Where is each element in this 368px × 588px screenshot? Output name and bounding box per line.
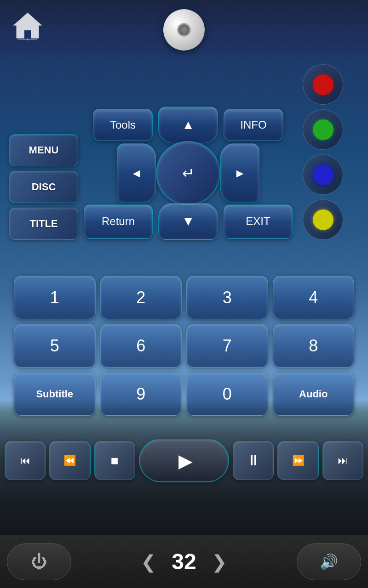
home-button[interactable]: [9, 7, 46, 44]
enter-icon: ↵: [182, 164, 195, 182]
num-3-button[interactable]: 3: [186, 276, 268, 319]
title-button[interactable]: TITLE: [9, 208, 78, 240]
disc-button[interactable]: [163, 9, 205, 51]
exit-button[interactable]: EXIT: [224, 204, 293, 239]
play-button[interactable]: ▶: [139, 439, 229, 482]
volume-icon: 🔊: [320, 553, 338, 571]
left-arrow-icon: ◄: [131, 166, 143, 181]
red-indicator: [313, 74, 334, 95]
num-7-button[interactable]: 7: [186, 324, 268, 368]
fast-forward-icon: ⏩: [292, 455, 305, 467]
blue-button[interactable]: [303, 154, 343, 195]
pause-icon: ⏸: [246, 452, 261, 469]
num-9-button[interactable]: 9: [100, 372, 182, 416]
skip-prev-icon: ⏮: [20, 455, 30, 467]
playback-controls: ⏮ ⏪ ■ ▶ ⏸ ⏩ ⏭: [0, 439, 368, 482]
rewind-button[interactable]: ⏪: [49, 441, 90, 480]
up-button[interactable]: ▲: [158, 107, 218, 143]
num-2-button[interactable]: 2: [100, 276, 182, 319]
red-button[interactable]: [303, 64, 343, 105]
up-arrow-icon: ▲: [182, 118, 195, 132]
play-icon: ▶: [178, 450, 193, 471]
num-5-button[interactable]: 5: [14, 324, 96, 368]
right-arrow-icon: ►: [234, 166, 246, 181]
rewind-icon: ⏪: [63, 455, 76, 467]
num-4-button[interactable]: 4: [273, 276, 355, 319]
menu-button[interactable]: MENU: [9, 134, 78, 166]
info-button[interactable]: INFO: [224, 109, 283, 141]
dpad: Tools ▲ INFO ◄ ↵ ► Return: [84, 107, 293, 240]
down-button[interactable]: ▼: [158, 203, 218, 240]
stop-button[interactable]: ■: [94, 441, 135, 480]
numpad-row-3: Subtitle 9 0 Audio: [14, 372, 354, 416]
enter-button[interactable]: ↵: [156, 141, 220, 205]
audio-button[interactable]: Audio: [273, 372, 355, 416]
stop-icon: ■: [111, 453, 119, 468]
left-button[interactable]: ◄: [117, 143, 156, 203]
power-button[interactable]: ⏻: [7, 543, 71, 580]
numpad-row-2: 5 6 7 8: [14, 324, 354, 368]
skip-prev-button[interactable]: ⏮: [5, 441, 46, 480]
channel-prev-button[interactable]: ❮: [141, 551, 156, 572]
power-icon: ⏻: [31, 552, 47, 571]
yellow-button[interactable]: [303, 199, 343, 240]
controls-area: MENU DISC TITLE Tools ▲ INFO ◄ ↵: [9, 64, 359, 243]
svg-marker-0: [13, 12, 42, 38]
bottom-bar: ⏻ ❮ 32 ❯ 🔊: [0, 535, 368, 588]
channel-control: ❮ 32 ❯: [141, 549, 227, 574]
pause-button[interactable]: ⏸: [233, 441, 274, 480]
channel-number: 32: [166, 549, 202, 574]
fast-forward-button[interactable]: ⏩: [277, 441, 318, 480]
skip-next-button[interactable]: ⏭: [322, 441, 363, 480]
header: [0, 0, 368, 60]
return-button[interactable]: Return: [84, 204, 153, 239]
disc-button-ctrl[interactable]: DISC: [9, 171, 78, 203]
tools-button[interactable]: Tools: [93, 109, 153, 141]
skip-next-icon: ⏭: [338, 455, 348, 467]
num-6-button[interactable]: 6: [100, 324, 182, 368]
green-button[interactable]: [303, 109, 343, 150]
channel-next-button[interactable]: ❯: [212, 551, 227, 572]
num-8-button[interactable]: 8: [273, 324, 355, 368]
color-buttons: [303, 64, 343, 240]
numpad-row-1: 1 2 3 4: [14, 276, 354, 319]
yellow-indicator: [313, 209, 334, 230]
down-arrow-icon: ▼: [182, 214, 195, 229]
subtitle-button[interactable]: Subtitle: [14, 372, 96, 416]
green-indicator: [313, 119, 334, 140]
right-button[interactable]: ►: [220, 143, 259, 203]
num-0-button[interactable]: 0: [186, 372, 268, 416]
disc-inner: [177, 23, 191, 37]
volume-button[interactable]: 🔊: [297, 543, 361, 580]
blue-indicator: [313, 164, 334, 185]
num-1-button[interactable]: 1: [14, 276, 96, 319]
numpad: 1 2 3 4 5 6 7 8 Subtitle 9 0 Audio: [0, 276, 368, 416]
